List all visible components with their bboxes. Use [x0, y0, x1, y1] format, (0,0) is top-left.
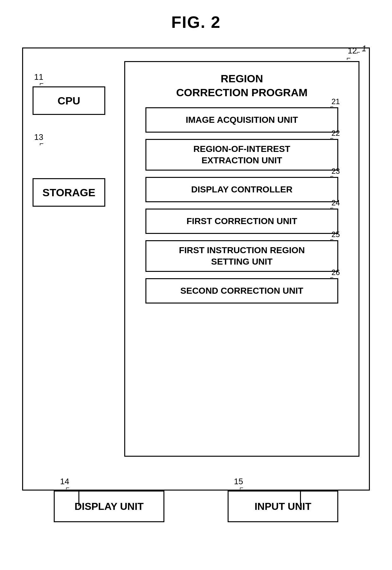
ref-tick-13: ⌐	[40, 140, 44, 148]
storage-container: 13 ⌐ STORAGE	[33, 147, 112, 207]
storage-block: STORAGE	[33, 178, 105, 207]
fig-title: FIG. 2	[171, 13, 221, 32]
ref-tick-26: ⌐	[330, 274, 334, 281]
first-instruction-container: 25 ⌐ FIRST INSTRUCTION REGION SETTING UN…	[145, 240, 338, 272]
image-acquisition-label: IMAGE ACQUISITION UNIT	[186, 114, 298, 126]
first-correction-label: FIRST CORRECTION UNIT	[187, 216, 297, 226]
ref-label-1: 1	[362, 44, 366, 53]
image-acquisition-block: IMAGE ACQUISITION UNIT	[145, 107, 338, 133]
cpu-container: 11 ⌐ CPU	[33, 86, 112, 115]
image-acquisition-container: 21 ⌐ IMAGE ACQUISITION UNIT	[145, 107, 338, 133]
first-instruction-block: FIRST INSTRUCTION REGION SETTING UNIT	[145, 240, 338, 272]
cpu-block: CPU	[33, 86, 105, 115]
roi-extraction-container: 22 ⌐ REGION-OF-INTEREST EXTRACTION UNIT	[145, 139, 338, 171]
left-column: 11 ⌐ CPU 13 ⌐ STORAGE	[33, 67, 112, 457]
first-instruction-line1: FIRST INSTRUCTION REGION	[179, 245, 305, 255]
page: FIG. 2 1 ⌐ 11 ⌐ CPU 13 ⌐	[0, 0, 392, 570]
roi-line2: EXTRACTION UNIT	[201, 155, 282, 165]
input-unit-block: INPUT UNIT	[228, 491, 338, 522]
ref-tick-22: ⌐	[330, 135, 334, 142]
cpu-label: CPU	[58, 95, 80, 107]
ref-tick-25: ⌐	[330, 236, 334, 243]
storage-label: STORAGE	[42, 186, 95, 199]
ref-tick-23: ⌐	[330, 173, 334, 180]
display-unit-container: 14 ⌐ DISPLAY UNIT	[54, 491, 164, 522]
roi-line1: REGION-OF-INTEREST	[193, 144, 290, 154]
first-correction-block: FIRST CORRECTION UNIT	[145, 209, 338, 234]
second-correction-container: 26 ⌐ SECOND CORRECTION UNIT	[145, 278, 338, 304]
input-unit-label: INPUT UNIT	[254, 501, 311, 512]
main-content-area: 11 ⌐ CPU 13 ⌐ STORAGE 1	[33, 61, 359, 457]
second-correction-block: SECOND CORRECTION UNIT	[145, 278, 338, 304]
display-controller-label: DISPLAY CONTROLLER	[191, 185, 292, 195]
ref-tick-14: ⌐	[66, 484, 70, 492]
ref-tick-24: ⌐	[330, 205, 334, 211]
ref-tick-1: ⌐	[357, 49, 360, 56]
right-column: 12 ⌐ REGION CORRECTION PROGRAM 21 ⌐ IMAG…	[124, 61, 359, 457]
outer-system-box: 1 ⌐ 11 ⌐ CPU 13 ⌐ STORAGE	[22, 47, 370, 491]
display-controller-container: 23 ⌐ DISPLAY CONTROLLER	[145, 177, 338, 202]
program-title: REGION CORRECTION PROGRAM	[176, 72, 308, 99]
display-unit-block: DISPLAY UNIT	[54, 491, 164, 522]
second-correction-label: SECOND CORRECTION UNIT	[181, 286, 303, 296]
display-unit-label: DISPLAY UNIT	[75, 501, 144, 512]
display-controller-block: DISPLAY CONTROLLER	[145, 177, 338, 202]
first-instruction-line2: SETTING UNIT	[211, 257, 273, 266]
first-correction-container: 24 ⌐ FIRST CORRECTION UNIT	[145, 209, 338, 234]
program-box: REGION CORRECTION PROGRAM 21 ⌐ IMAGE ACQ…	[124, 61, 359, 457]
bottom-units-row: 14 ⌐ DISPLAY UNIT 15 ⌐ INPUT UNIT	[22, 491, 370, 522]
ref-tick-15: ⌐	[240, 484, 243, 492]
input-unit-container: 15 ⌐ INPUT UNIT	[228, 491, 338, 522]
roi-extraction-block: REGION-OF-INTEREST EXTRACTION UNIT	[145, 139, 338, 171]
